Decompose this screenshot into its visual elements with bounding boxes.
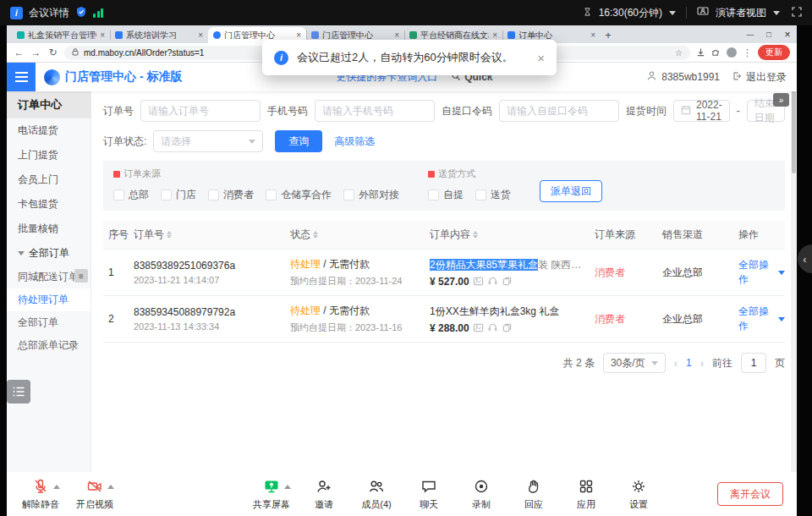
tab-close-icon[interactable]: × xyxy=(590,30,595,40)
toast-close-icon[interactable]: × xyxy=(537,51,545,65)
sidebar-item-door-pickup[interactable]: 上门提货 xyxy=(7,143,91,167)
window-close-icon[interactable]: × xyxy=(778,29,797,41)
side-panel-handle-icon[interactable]: ‹ xyxy=(798,244,812,273)
bookmark-icon[interactable]: ☆ xyxy=(675,48,683,58)
image-icon[interactable] xyxy=(473,276,484,287)
update-button[interactable]: 更新 xyxy=(758,45,790,60)
col-content[interactable]: 订单内容 xyxy=(430,228,595,242)
sidebar-drag-handle-icon[interactable]: ≡ xyxy=(74,269,88,283)
invite-button[interactable]: 邀请 xyxy=(305,478,343,511)
prev-page-icon[interactable]: ‹ xyxy=(674,357,678,370)
tab-close-icon[interactable]: × xyxy=(492,30,497,40)
checkbox-external[interactable]: 外部对接 xyxy=(343,188,399,202)
reactions-button[interactable]: 回应 xyxy=(515,478,552,511)
forward-icon[interactable]: → xyxy=(30,47,41,58)
sidebar-item-batch-verify[interactable]: 批量核销 xyxy=(7,217,91,241)
browser-menu-icon[interactable]: ⋮ xyxy=(743,48,752,58)
phone-input[interactable] xyxy=(315,100,435,122)
view-mode-label[interactable]: 演讲者视图 xyxy=(716,6,766,20)
settings-button[interactable]: 设置 xyxy=(620,478,657,511)
menu-toggle-button[interactable] xyxy=(7,63,36,91)
members-button[interactable]: 成员(4) xyxy=(358,478,395,511)
search-button[interactable]: 查询 xyxy=(275,130,322,152)
sidebar-item-phone-pickup[interactable]: 电话提货 xyxy=(7,118,91,143)
checkbox-icon[interactable] xyxy=(343,189,354,200)
meeting-title[interactable]: 会议详情 xyxy=(29,6,69,20)
checkbox-icon[interactable] xyxy=(113,189,124,200)
leave-meeting-button[interactable]: 离开会议 xyxy=(717,482,783,506)
sidebar-item-hq-dispatch-records[interactable]: 总部派单记录 xyxy=(7,334,91,357)
user-account[interactable]: 8385wb1991 xyxy=(646,70,720,84)
share-screen-button[interactable]: 共享屏幕 xyxy=(253,478,290,511)
tab-close-icon[interactable]: × xyxy=(296,30,301,40)
checkbox-icon[interactable] xyxy=(428,189,439,200)
record-button[interactable]: 录制 xyxy=(463,478,500,511)
browser-tab[interactable]: 礼盒策销平台管理中心 × xyxy=(12,27,110,43)
sidebar-item-pending-orders[interactable]: 待处理订单 xyxy=(7,288,91,311)
pickup-code-input[interactable] xyxy=(499,100,619,122)
browser-tab[interactable]: 系统培训学习 × xyxy=(110,27,208,43)
window-minimize-icon[interactable]: — xyxy=(741,30,760,39)
unmute-button[interactable]: 解除静音 xyxy=(22,478,59,511)
back-icon[interactable]: ← xyxy=(14,47,25,58)
checkbox-icon[interactable] xyxy=(475,189,486,200)
row-actions-dropdown[interactable]: 全部操作 xyxy=(738,305,785,333)
col-order-no[interactable]: 订单号 xyxy=(134,228,290,242)
meeting-info-icon[interactable]: i xyxy=(10,7,23,19)
sidebar-group-all-orders[interactable]: 全部订单 xyxy=(7,241,91,266)
copy-icon[interactable] xyxy=(502,276,513,287)
checkbox-delivery[interactable]: 送货 xyxy=(475,188,511,202)
checkbox-consumer[interactable]: 消费者 xyxy=(208,188,254,202)
start-video-button[interactable]: 开启视频 xyxy=(76,478,113,511)
apps-button[interactable]: 应用 xyxy=(568,478,605,511)
sort-icon[interactable] xyxy=(473,228,478,241)
order-no-input[interactable] xyxy=(140,100,261,122)
start-date-picker[interactable]: 2022-11-21 xyxy=(673,100,730,122)
browser-scrollbar[interactable] xyxy=(791,63,797,472)
col-status[interactable]: 状态 xyxy=(290,228,430,242)
fullscreen-icon[interactable] xyxy=(792,7,802,19)
tab-close-icon[interactable]: × xyxy=(100,30,105,40)
copy-icon[interactable] xyxy=(502,322,513,333)
reload-icon[interactable]: ↻ xyxy=(47,47,58,58)
next-page-icon[interactable]: › xyxy=(700,357,704,370)
dispatch-return-button[interactable]: 派单退回 xyxy=(540,180,602,202)
floating-menu-button[interactable] xyxy=(7,380,30,403)
tab-close-icon[interactable]: × xyxy=(198,30,203,40)
checkbox-icon[interactable] xyxy=(266,189,277,200)
extensions-icon[interactable] xyxy=(711,47,721,58)
new-tab-button[interactable]: + xyxy=(601,30,616,41)
checkbox-icon[interactable] xyxy=(161,189,172,200)
logout-button[interactable]: 退出登录 xyxy=(732,70,787,85)
sidebar-item-member-visit[interactable]: 会员上门 xyxy=(7,167,91,192)
window-maximize-icon[interactable]: □ xyxy=(760,30,778,39)
checkbox-self-pickup[interactable]: 自提 xyxy=(428,188,464,202)
checkbox-hq[interactable]: 总部 xyxy=(113,188,149,202)
page-number[interactable]: 1 xyxy=(686,357,692,369)
checkbox-icon[interactable] xyxy=(208,189,219,200)
chevron-up-icon[interactable] xyxy=(284,481,291,489)
sort-icon[interactable] xyxy=(313,228,318,241)
chevron-up-icon[interactable] xyxy=(107,481,114,489)
chat-button[interactable]: 聊天 xyxy=(410,478,447,511)
download-icon[interactable] xyxy=(696,47,705,58)
service-icon[interactable] xyxy=(487,322,498,333)
service-icon[interactable] xyxy=(487,276,498,287)
page-size-select[interactable]: 30条/页 xyxy=(603,353,666,373)
sort-icon[interactable] xyxy=(167,228,172,241)
sidebar-item-all-orders[interactable]: 全部订单 xyxy=(7,311,91,334)
timer-dropdown-icon[interactable] xyxy=(669,11,676,19)
view-dropdown-icon[interactable] xyxy=(773,11,780,19)
tab-close-icon[interactable]: × xyxy=(394,30,399,40)
chevron-up-icon[interactable] xyxy=(53,481,60,489)
checkbox-warehouse-coop[interactable]: 仓储享合作 xyxy=(266,188,332,202)
image-icon[interactable] xyxy=(473,322,484,333)
checkbox-store[interactable]: 门店 xyxy=(161,188,196,202)
sidebar-item-card-pickup[interactable]: 卡包提货 xyxy=(7,192,91,217)
collapse-panel-icon[interactable]: » xyxy=(773,93,789,107)
profile-avatar[interactable] xyxy=(727,47,737,58)
advanced-filter-link[interactable]: 高级筛选 xyxy=(334,134,375,149)
order-status-select[interactable]: 请选择 xyxy=(153,130,263,152)
goto-page-input[interactable] xyxy=(741,353,766,373)
row-actions-dropdown[interactable]: 全部操作 xyxy=(738,258,785,287)
